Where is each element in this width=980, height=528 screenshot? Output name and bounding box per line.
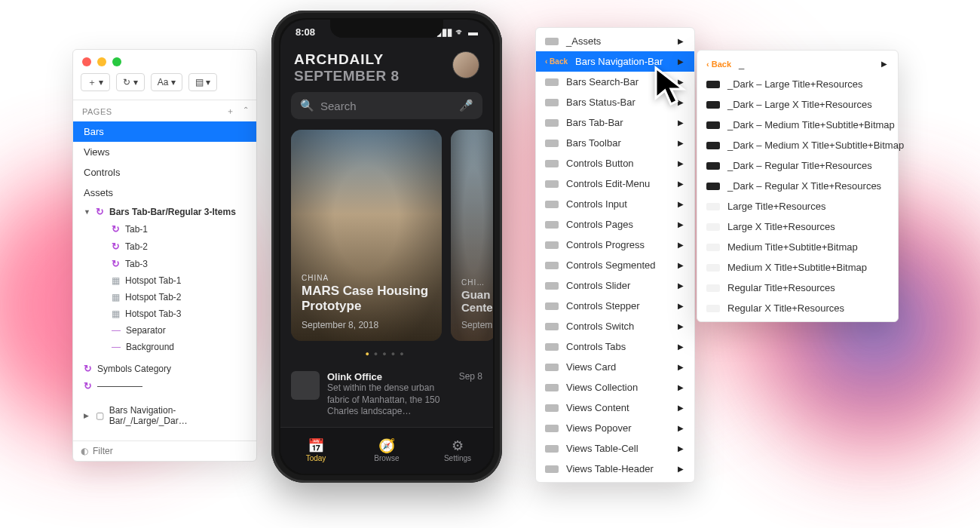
page-dots[interactable]: ●●●●● [280, 345, 493, 365]
collapse-pages-icon[interactable]: ⌃ [243, 106, 250, 117]
menu-item[interactable]: _Dark – Large X Title+Resources [697, 94, 898, 115]
text-style-button[interactable]: Aa ▾ [151, 73, 182, 91]
close-window-button[interactable] [82, 57, 91, 66]
menu-item[interactable]: Views Popover▶ [536, 418, 694, 438]
insert-button[interactable]: ＋ ▾ [81, 73, 110, 91]
swatch-icon [706, 264, 720, 272]
menu-item[interactable]: Medium X Title+Subtitle+Bitmap [697, 257, 898, 278]
layer-style-button[interactable]: ▤ ▾ [188, 73, 217, 91]
menu-item[interactable]: Controls Slider▶ [536, 275, 694, 296]
menu-item-label: Views Collection [566, 382, 670, 393]
menu-item[interactable]: Controls Segmented▶ [536, 255, 694, 275]
disclosure-icon[interactable]: ▼ [84, 208, 90, 216]
symbol-icon: ↻ [112, 223, 120, 235]
line-icon: — [112, 342, 121, 352]
layer-row[interactable]: ↻Tab-3 [73, 255, 256, 272]
symbol-button[interactable]: ↻ ▾ [116, 73, 144, 91]
add-page-icon[interactable]: ＋ [226, 106, 235, 117]
card-date: September 8, 2018 [302, 320, 431, 330]
tab-today[interactable]: 📅Today [280, 428, 351, 474]
menu-item[interactable]: Views Card▶ [536, 357, 694, 377]
menu-item[interactable]: Controls Progress▶ [536, 235, 694, 255]
chevron-right-icon: ▶ [678, 444, 684, 453]
layer-row[interactable]: ▦Hotspot Tab-1 [73, 272, 256, 289]
menu-item[interactable]: Bars Tab-Bar▶ [536, 112, 694, 133]
menu-item[interactable]: _Dark – Medium Title+Subtitle+Bitmap [697, 115, 898, 135]
menu-item[interactable]: _Dark – Medium X Title+Subtitle+Bitmap [697, 135, 898, 155]
status-time: 8:08 [296, 26, 315, 38]
artboard-row[interactable]: ▼ ↻ Bars Tab-Bar/Regular 3-Items [73, 203, 256, 220]
card-eyebrow: CHINA [302, 274, 431, 282]
menu-item[interactable]: _Dark – Regular X Title+Resources [697, 176, 898, 196]
rule-label: ————— [97, 381, 142, 391]
featured-card[interactable]: CHINA MARS Case Housing Prototype Septem… [291, 130, 442, 341]
swatch-icon [706, 121, 720, 129]
back-button[interactable]: ‹ Back [706, 60, 731, 69]
menu-item-label: Controls Input [566, 198, 670, 210]
swatch-icon [545, 425, 559, 432]
menu-item[interactable]: Views Content▶ [536, 398, 694, 418]
rule-row[interactable]: ↻ ————— [73, 377, 256, 394]
menu-item[interactable]: Large X Title+Resources [697, 216, 898, 237]
layer-row[interactable]: ↻Tab-2 [73, 238, 256, 255]
symbol-icon: ↻ [84, 363, 92, 374]
swatch-icon [706, 244, 720, 251]
profile-avatar[interactable] [452, 51, 479, 78]
page-item[interactable]: Controls [73, 162, 256, 183]
layer-row[interactable]: —Separator [73, 322, 256, 339]
menu-item[interactable]: Views Table-Cell▶ [536, 438, 694, 459]
chevron-right-icon: ▶ [881, 60, 887, 68]
menu-item[interactable]: _Assets▶ [536, 31, 694, 51]
list-item[interactable]: Olink OfficeSet within the dense urban f… [280, 365, 493, 424]
zoom-window-button[interactable] [112, 57, 121, 66]
menu-item[interactable]: _Dark – Regular Title+Resources [697, 155, 898, 176]
collapsed-artboard-row[interactable]: ▶ ▢ Bars Navigation-Bar/_/Large/_Dar… [73, 402, 256, 429]
swatch-icon [545, 262, 559, 269]
menu-header-row[interactable]: ‹ Back_▶ [697, 54, 898, 74]
menu-item[interactable]: Medium Title+Subtitle+Bitmap [697, 237, 898, 257]
symbol-icon: ↻ [84, 380, 92, 391]
swatch-icon [545, 404, 559, 412]
disclosure-icon[interactable]: ▶ [84, 412, 90, 419]
filter-input[interactable] [93, 446, 249, 456]
featured-card-peek[interactable]: CHI… Guan Cente Septem [451, 130, 493, 341]
mic-icon[interactable]: 🎤 [459, 99, 473, 112]
symbols-category-row[interactable]: ↻ Symbols Category [73, 360, 256, 377]
page-item[interactable]: Assets [73, 183, 256, 203]
menu-item[interactable]: Bars Search-Bar▶ [536, 72, 694, 92]
tab-browse[interactable]: 🧭Browse [351, 428, 422, 474]
layer-row[interactable]: ▦Hotspot Tab-2 [73, 289, 256, 305]
tab-settings[interactable]: ⚙Settings [422, 428, 493, 474]
menu-item[interactable]: ‹ BackBars Navigation-Bar▶ [536, 51, 694, 72]
menu-item[interactable]: Controls Pages▶ [536, 214, 694, 235]
layer-row[interactable]: ▦Hotspot Tab-3 [73, 305, 256, 322]
swatch-icon [545, 99, 559, 106]
menu-item-label: Large Title+Resources [727, 201, 887, 212]
menu-item[interactable]: Regular X Title+Resources [697, 298, 898, 318]
menu-item[interactable]: Controls Edit-Menu▶ [536, 173, 694, 194]
menu-item-label: Views Table-Header [566, 463, 670, 474]
menu-item[interactable]: Controls Tabs▶ [536, 336, 694, 357]
layer-row[interactable]: —Background [73, 339, 256, 355]
menu-item[interactable]: Bars Toolbar▶ [536, 133, 694, 153]
menu-item[interactable]: Large Title+Resources [697, 196, 898, 216]
page-item[interactable]: Bars [73, 121, 256, 142]
menu-item-label: Medium X Title+Subtitle+Bitmap [727, 262, 887, 273]
menu-item[interactable]: Bars Status-Bar▶ [536, 92, 694, 112]
page-item[interactable]: Views [73, 142, 256, 162]
minimize-window-button[interactable] [97, 57, 106, 66]
swatch-icon [706, 183, 720, 190]
menu-item-label: _Dark – Large X Title+Resources [727, 99, 887, 110]
menu-item[interactable]: Controls Button▶ [536, 153, 694, 173]
menu-item[interactable]: Regular Title+Resources [697, 278, 898, 298]
menu-item[interactable]: Controls Input▶ [536, 194, 694, 214]
menu-item[interactable]: Controls Stepper▶ [536, 296, 694, 316]
card-carousel[interactable]: CHINA MARS Case Housing Prototype Septem… [280, 119, 493, 345]
design-tool-panel: ＋ ▾ ↻ ▾ Aa ▾ ▤ ▾ PAGES ＋ ⌃ BarsViewsCont… [72, 49, 257, 462]
layer-row[interactable]: ↻Tab-1 [73, 220, 256, 238]
menu-item[interactable]: Views Collection▶ [536, 377, 694, 398]
menu-item[interactable]: Views Table-Header▶ [536, 459, 694, 479]
search-field[interactable]: 🔍 Search 🎤 [291, 92, 482, 119]
menu-item[interactable]: Controls Switch▶ [536, 316, 694, 336]
menu-item[interactable]: _Dark – Large Title+Resources [697, 74, 898, 94]
